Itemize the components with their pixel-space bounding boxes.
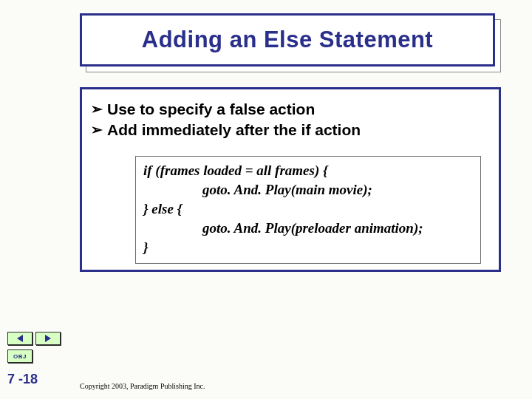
nav-corner: OBJ 7 -18 (7, 332, 61, 388)
title-box: Adding an Else Statement (80, 13, 495, 66)
code-line: } else { (143, 200, 473, 219)
code-line: goto. And. Play(main movie); (143, 180, 473, 200)
prev-button[interactable] (7, 332, 33, 345)
code-box: if (frames loaded = all frames) { goto. … (135, 156, 481, 264)
list-item: ➢ Use to specify a false action (91, 100, 487, 119)
triangle-left-icon (17, 335, 23, 342)
slide: Adding an Else Statement ➢ Use to specif… (0, 0, 532, 399)
obj-label: OBJ (13, 353, 27, 360)
code-line: if (frames loaded = all frames) { (143, 161, 473, 180)
nav-row (7, 332, 61, 345)
bullet-text: Use to specify a false action (107, 100, 315, 119)
list-item: ➢ Add immediately after the if action (91, 120, 487, 140)
code-line: } (143, 238, 473, 257)
bullet-list: ➢ Use to specify a false action ➢ Add im… (91, 100, 487, 140)
copyright-text: Copyright 2003, Paradigm Publishing Inc. (80, 382, 205, 390)
next-button[interactable] (35, 332, 61, 345)
page-number: 7 -18 (7, 372, 61, 387)
triangle-right-icon (45, 335, 51, 342)
title-container: Adding an Else Statement (80, 13, 501, 71)
bullet-arrow-icon: ➢ (91, 100, 103, 119)
content-box: ➢ Use to specify a false action ➢ Add im… (80, 87, 501, 272)
obj-button[interactable]: OBJ (7, 349, 33, 363)
slide-title: Adding an Else Statement (142, 27, 433, 53)
code-line: goto. And. Play(preloader animation); (143, 219, 473, 238)
bullet-arrow-icon: ➢ (91, 120, 103, 140)
bullet-text: Add immediately after the if action (107, 120, 361, 140)
